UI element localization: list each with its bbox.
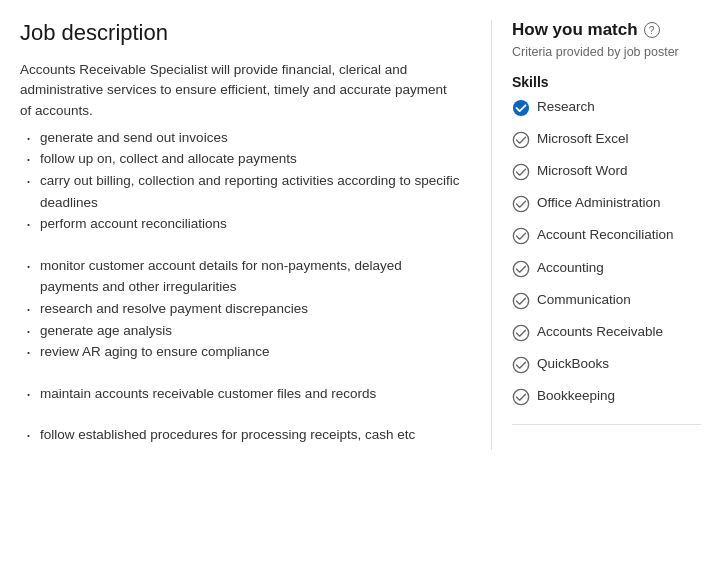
list-item: generate and send out invoices xyxy=(20,127,461,149)
svg-point-9 xyxy=(513,390,528,405)
svg-point-5 xyxy=(513,261,528,276)
list-item: maintain accounts receivable customer fi… xyxy=(20,383,461,405)
svg-point-2 xyxy=(513,164,528,179)
skill-icon-filled xyxy=(512,98,530,122)
skill-item: Accounting xyxy=(512,259,701,283)
job-description-title: Job description xyxy=(20,20,461,46)
svg-point-6 xyxy=(513,293,528,308)
svg-point-1 xyxy=(513,132,528,147)
skill-name: Bookkeeping xyxy=(537,387,615,405)
list-item: monitor customer account details for non… xyxy=(20,255,461,298)
skill-item: QuickBooks xyxy=(512,355,701,379)
skill-item: Office Administration xyxy=(512,194,701,218)
list-item: review AR aging to ensure compliance xyxy=(20,341,461,363)
skill-name: QuickBooks xyxy=(537,355,609,373)
criteria-text: Criteria provided by job poster xyxy=(512,44,701,62)
svg-point-0 xyxy=(513,99,529,115)
skill-item: Accounts Receivable xyxy=(512,323,701,347)
svg-point-8 xyxy=(513,358,528,373)
skill-icon-outline xyxy=(512,130,530,154)
skill-item: Bookkeeping xyxy=(512,387,701,411)
list-item: research and resolve payment discrepanci… xyxy=(20,298,461,320)
skill-name: Research xyxy=(537,98,595,116)
list-item: follow up on, collect and allocate payme… xyxy=(20,148,461,170)
skill-icon-outline xyxy=(512,194,530,218)
skill-icon-outline xyxy=(512,162,530,186)
how-you-match-title: How you match xyxy=(512,20,638,40)
skill-name: Microsoft Word xyxy=(537,162,628,180)
svg-point-3 xyxy=(513,197,528,212)
skill-name: Accounts Receivable xyxy=(537,323,663,341)
skill-icon-outline xyxy=(512,226,530,250)
skill-name: Accounting xyxy=(537,259,604,277)
skills-list: Research Microsoft Excel Microsoft Word … xyxy=(512,98,701,412)
skill-name: Communication xyxy=(537,291,631,309)
skill-name: Account Reconciliation xyxy=(537,226,674,244)
skill-name: Office Administration xyxy=(537,194,661,212)
skill-item: Account Reconciliation xyxy=(512,226,701,250)
right-panel: How you match ? Criteria provided by job… xyxy=(491,20,701,450)
bullet-list-3: maintain accounts receivable customer fi… xyxy=(20,383,461,405)
svg-point-4 xyxy=(513,229,528,244)
left-panel: Job description Accounts Receivable Spec… xyxy=(20,20,471,450)
skill-icon-outline xyxy=(512,355,530,379)
bullet-list-2: monitor customer account details for non… xyxy=(20,255,461,363)
list-item: carry out billing, collection and report… xyxy=(20,170,461,213)
skill-name: Microsoft Excel xyxy=(537,130,629,148)
divider xyxy=(512,424,701,425)
skill-item: Communication xyxy=(512,291,701,315)
list-item: perform account reconciliations xyxy=(20,213,461,235)
skill-item: Microsoft Excel xyxy=(512,130,701,154)
skill-icon-outline xyxy=(512,323,530,347)
svg-point-7 xyxy=(513,325,528,340)
skill-icon-outline xyxy=(512,291,530,315)
skill-icon-outline xyxy=(512,259,530,283)
how-you-match-header: How you match ? xyxy=(512,20,701,40)
list-item: generate age analysis xyxy=(20,320,461,342)
bullet-list-4: follow established procedures for proces… xyxy=(20,424,461,446)
list-item: follow established procedures for proces… xyxy=(20,424,461,446)
skill-item: Research xyxy=(512,98,701,122)
skill-item: Microsoft Word xyxy=(512,162,701,186)
job-intro: Accounts Receivable Specialist will prov… xyxy=(20,60,461,121)
skill-icon-outline xyxy=(512,387,530,411)
info-icon[interactable]: ? xyxy=(644,22,660,38)
skills-label: Skills xyxy=(512,74,701,90)
bullet-list-1: generate and send out invoicesfollow up … xyxy=(20,127,461,235)
